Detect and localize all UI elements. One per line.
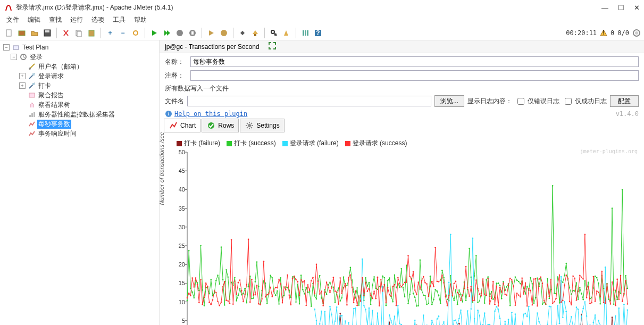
clear-all-button[interactable] <box>249 27 261 39</box>
remote-stop-button[interactable] <box>218 27 230 39</box>
save-button[interactable] <box>41 27 53 39</box>
svg-point-496 <box>627 288 629 289</box>
svg-point-541 <box>389 314 390 316</box>
tree-item[interactable]: 用户名（邮箱） <box>1 62 158 71</box>
clear-button[interactable] <box>237 27 248 39</box>
tree-item[interactable]: +登录请求 <box>1 71 158 81</box>
svg-line-41 <box>247 123 248 124</box>
svg-point-613 <box>511 312 513 313</box>
tree-thread-group[interactable]: − 登录 <box>1 52 158 62</box>
tree-item[interactable]: 事务响应时间 <box>1 129 158 138</box>
svg-point-789 <box>369 288 370 289</box>
start-button[interactable] <box>148 27 160 39</box>
close-button[interactable]: ✕ <box>634 4 640 12</box>
tree-root[interactable]: − Test Plan <box>1 43 158 52</box>
expand-button[interactable]: + <box>104 27 116 39</box>
copy-button[interactable] <box>73 27 85 39</box>
menu-help[interactable]: 帮助 <box>131 15 150 26</box>
svg-point-853 <box>477 288 479 290</box>
expand-chart-icon[interactable] <box>268 41 277 52</box>
svg-rect-31 <box>31 113 33 117</box>
toggle-button[interactable] <box>130 27 141 39</box>
templates-button[interactable] <box>16 27 28 39</box>
tree-item[interactable]: 察看结果树 <box>1 100 158 110</box>
tree-item-selected[interactable]: 每秒事务数 <box>1 119 158 129</box>
tree-item[interactable]: 聚合报告 <box>1 90 158 100</box>
svg-point-863 <box>494 304 496 305</box>
tree-item[interactable]: 服务器性能监控数据采集器 <box>1 110 158 119</box>
test-plan-tree[interactable]: − Test Plan − 登录 用户名（邮箱） +登录请求 +打卡 聚合报告 … <box>0 40 160 325</box>
menu-search[interactable]: 查找 <box>46 15 65 26</box>
svg-point-306 <box>304 293 305 295</box>
svg-point-728 <box>265 296 266 298</box>
collapse-button[interactable]: − <box>117 27 129 39</box>
tab-rows[interactable]: Rows <box>202 119 239 132</box>
svg-point-808 <box>400 286 402 288</box>
reset-search-button[interactable] <box>281 27 292 39</box>
menu-run[interactable]: 运行 <box>67 15 86 26</box>
svg-point-691 <box>202 304 203 305</box>
svg-point-352 <box>382 276 383 277</box>
browse-button[interactable]: 浏览... <box>434 95 464 107</box>
svg-point-856 <box>482 278 484 280</box>
errors-only-checkbox[interactable] <box>517 98 524 105</box>
function-helper-button[interactable] <box>299 27 311 39</box>
svg-point-687 <box>195 277 197 279</box>
svg-point-371 <box>414 297 416 298</box>
svg-point-384 <box>437 290 438 292</box>
name-input[interactable] <box>190 56 639 67</box>
svg-point-925 <box>599 296 601 297</box>
svg-point-720 <box>251 279 253 280</box>
new-button[interactable] <box>3 27 15 39</box>
start-no-pause-button[interactable] <box>161 27 173 39</box>
shutdown-button[interactable] <box>187 27 198 39</box>
svg-point-493 <box>622 189 623 190</box>
tree-item[interactable]: +打卡 <box>1 81 158 90</box>
tab-settings[interactable]: Settings <box>240 119 284 132</box>
svg-point-786 <box>363 295 365 297</box>
help-link[interactable]: Help on this plugin <box>174 110 247 118</box>
stop-button[interactable] <box>174 27 186 39</box>
svg-point-941 <box>627 303 629 305</box>
open-button[interactable] <box>29 27 40 39</box>
chart-plot <box>164 150 632 325</box>
svg-point-825 <box>430 286 431 287</box>
maximize-button[interactable]: ☐ <box>618 4 624 12</box>
paste-button[interactable] <box>86 27 97 39</box>
svg-point-846 <box>465 266 467 268</box>
svg-point-420 <box>498 282 499 284</box>
menu-bar: 文件 编辑 查找 运行 选项 工具 帮助 <box>0 15 644 26</box>
cut-button[interactable] <box>60 27 72 39</box>
menu-options[interactable]: 选项 <box>88 15 107 26</box>
success-only-checkbox[interactable] <box>565 98 572 105</box>
search-button[interactable] <box>268 27 280 39</box>
svg-point-722 <box>255 294 256 296</box>
help-button[interactable]: ? <box>312 27 324 39</box>
svg-point-896 <box>550 279 552 280</box>
menu-tools[interactable]: 工具 <box>110 15 129 26</box>
svg-point-662 <box>595 314 596 316</box>
svg-rect-16 <box>303 30 304 36</box>
svg-point-713 <box>239 279 241 281</box>
svg-point-804 <box>394 284 396 286</box>
svg-point-534 <box>377 312 379 314</box>
remote-start-button[interactable] <box>205 27 217 39</box>
menu-edit[interactable]: 编辑 <box>24 15 44 26</box>
comment-input[interactable] <box>190 70 639 81</box>
svg-point-582 <box>458 318 460 319</box>
svg-point-335 <box>353 291 355 293</box>
svg-point-490 <box>616 299 618 301</box>
menu-file[interactable]: 文件 <box>3 15 22 26</box>
svg-point-769 <box>334 290 336 292</box>
svg-point-747 <box>297 281 298 282</box>
svg-point-918 <box>588 286 589 288</box>
minimize-button[interactable]: — <box>601 4 608 12</box>
configure-button[interactable]: 配置 <box>610 95 639 107</box>
svg-point-839 <box>453 283 455 285</box>
svg-point-509 <box>334 320 336 322</box>
filename-input[interactable] <box>187 96 431 106</box>
svg-point-383 <box>434 289 436 290</box>
threads-gauge-icon <box>632 29 641 37</box>
tab-chart[interactable]: Chart <box>164 119 200 132</box>
svg-point-329 <box>343 277 345 278</box>
